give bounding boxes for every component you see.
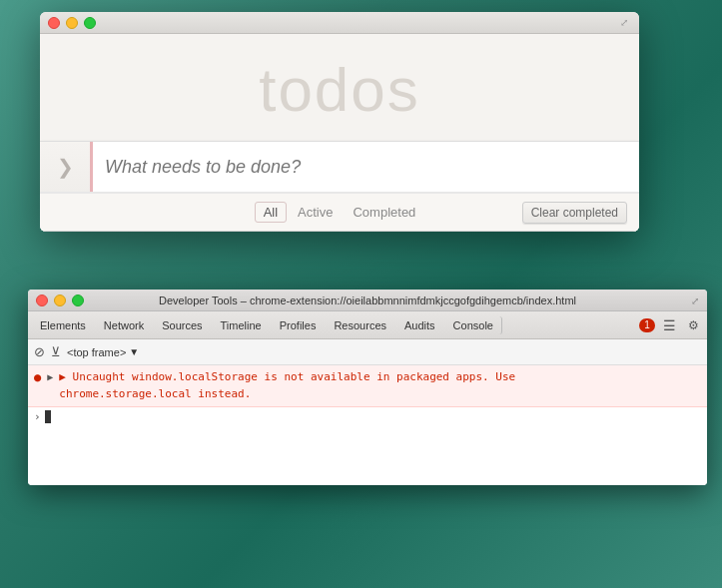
- tab-console[interactable]: Console: [445, 316, 502, 334]
- devtools-console: ● ▶ ▶ Uncaught window.localStorage is no…: [28, 365, 707, 485]
- todo-filters: All Active Completed: [255, 202, 425, 223]
- todos-titlebar: ⤢: [40, 12, 639, 34]
- devtools-traffic-lights: [36, 294, 84, 306]
- todo-footer: All Active Completed Clear completed: [40, 193, 639, 231]
- todo-input-row: ❯: [40, 142, 639, 193]
- devtools-toolbar: Elements Network Sources Timeline Profil…: [28, 311, 707, 339]
- devtools-close-button[interactable]: [36, 294, 48, 306]
- traffic-lights: [48, 17, 96, 29]
- error-expand-icon[interactable]: ▶: [47, 371, 53, 382]
- filter-icon[interactable]: ⊻: [51, 344, 61, 359]
- todos-app-body: todos ❯ All Active Completed Clear compl…: [40, 34, 639, 232]
- console-error-row: ● ▶ ▶ Uncaught window.localStorage is no…: [28, 365, 707, 407]
- tab-sources[interactable]: Sources: [154, 316, 210, 334]
- tab-profiles[interactable]: Profiles: [272, 316, 325, 334]
- devtools-window: Developer Tools – chrome-extension://oie…: [28, 290, 707, 485]
- error-line-1: ▶ Uncaught window.localStorage is not av…: [59, 369, 515, 386]
- minimize-button[interactable]: [66, 17, 78, 29]
- error-line-2: chrome.storage.local instead.: [59, 386, 515, 403]
- error-count-badge: 1: [639, 318, 655, 332]
- devtools-fullscreen-button[interactable]: [72, 294, 84, 306]
- console-error-text: ▶ Uncaught window.localStorage is not av…: [59, 369, 515, 402]
- no-entry-icon[interactable]: ⊘: [34, 344, 45, 359]
- frame-selector-label: <top frame>: [67, 346, 126, 358]
- console-input-row: ›: [28, 407, 707, 426]
- tab-network[interactable]: Network: [96, 316, 152, 334]
- console-cursor[interactable]: [45, 410, 51, 423]
- dropdown-icon: ▼: [129, 346, 139, 357]
- todos-app-window: ⤢ todos ❯ All Active Completed Clear com…: [40, 12, 639, 232]
- close-button[interactable]: [48, 17, 60, 29]
- devtools-secondary-toolbar: ⊘ ⊻ <top frame> ▼: [28, 339, 707, 365]
- settings-icon[interactable]: ⚙: [683, 315, 703, 335]
- console-prompt-icon: ›: [34, 410, 41, 423]
- toggle-all-button[interactable]: ❯: [40, 142, 90, 192]
- expand-console-icon[interactable]: ☰: [659, 315, 679, 335]
- devtools-title: Developer Tools – chrome-extension://oie…: [159, 294, 576, 306]
- devtools-expand-icon[interactable]: ⤢: [691, 294, 699, 305]
- tab-elements[interactable]: Elements: [32, 316, 94, 334]
- todo-input[interactable]: [90, 142, 639, 192]
- todo-input-section: ❯ All Active Completed Clear completed: [40, 141, 639, 232]
- tab-audits[interactable]: Audits: [396, 316, 443, 334]
- filter-completed-button[interactable]: Completed: [344, 202, 424, 223]
- filter-all-button[interactable]: All: [255, 202, 287, 223]
- devtools-titlebar: Developer Tools – chrome-extension://oie…: [28, 290, 707, 311]
- tab-resources[interactable]: Resources: [326, 316, 394, 334]
- devtools-minimize-button[interactable]: [54, 294, 66, 306]
- fullscreen-button[interactable]: [84, 17, 96, 29]
- devtools-toolbar-icons: 1 ☰ ⚙: [639, 315, 703, 335]
- tab-timeline[interactable]: Timeline: [213, 316, 270, 334]
- filter-active-button[interactable]: Active: [289, 202, 342, 223]
- window-fullscreen-icon[interactable]: ⤢: [617, 16, 631, 30]
- clear-completed-button[interactable]: Clear completed: [522, 202, 627, 224]
- error-circle-icon: ●: [34, 370, 41, 384]
- frame-selector[interactable]: <top frame> ▼: [67, 346, 139, 358]
- todos-app-title: todos: [40, 54, 639, 125]
